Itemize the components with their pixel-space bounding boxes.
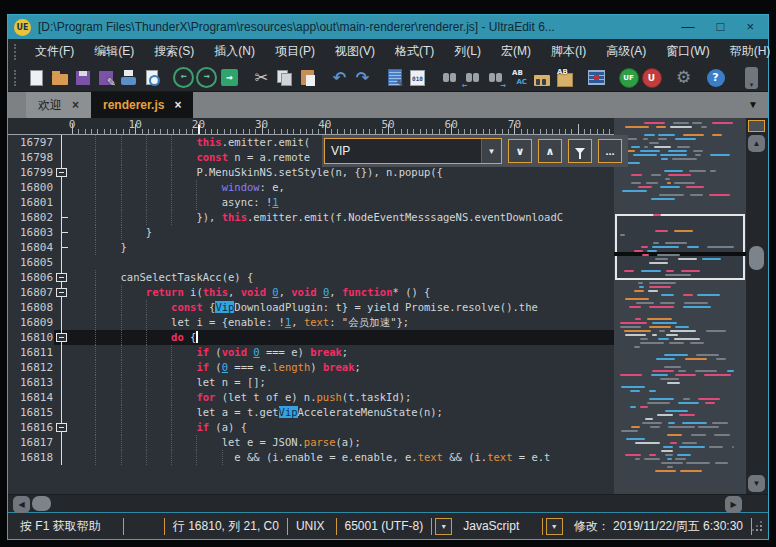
fold-toggle[interactable] — [54, 285, 70, 300]
code-line[interactable]: 16805 — [8, 255, 614, 270]
undo-icon[interactable] — [329, 67, 350, 88]
fold-toggle[interactable] — [54, 270, 70, 285]
code-line[interactable]: 16810do { — [8, 330, 614, 345]
new-file-icon[interactable] — [26, 67, 47, 88]
find-in-files-icon[interactable] — [531, 67, 552, 88]
hex-mode-icon[interactable] — [407, 67, 428, 88]
replace-in-files-icon[interactable] — [554, 67, 575, 88]
char-table-icon[interactable] — [586, 67, 607, 88]
menu-h[interactable]: 帮助(H) — [720, 39, 776, 64]
goto-icon[interactable] — [219, 67, 240, 88]
find-more-button[interactable]: ... — [598, 139, 622, 163]
find-input[interactable]: VIP — [325, 144, 481, 158]
fold-minus-icon[interactable] — [56, 168, 67, 177]
menu-e[interactable]: 编辑(E) — [84, 39, 144, 64]
code-line[interactable]: 16815let a = t.getVipAccelerateMenuState… — [8, 405, 614, 420]
find-prev-icon[interactable] — [462, 67, 483, 88]
cut-icon[interactable] — [251, 67, 272, 88]
code-line[interactable]: 16812if (0 === e.length) break; — [8, 360, 614, 375]
minimap[interactable] — [614, 118, 746, 494]
menu-f[interactable]: 文件(F) — [25, 39, 84, 64]
resize-grip[interactable] — [752, 521, 762, 531]
scroll-down-icon[interactable]: ▼ — [748, 475, 765, 492]
menu-a[interactable]: 高级(A) — [596, 39, 656, 64]
find-filter-button[interactable] — [568, 139, 592, 163]
code-editor[interactable]: 010203040506070 16797this.emitter.emit(1… — [8, 118, 614, 494]
horizontal-scroll-thumb[interactable] — [32, 496, 51, 511]
save-icon[interactable] — [72, 67, 93, 88]
menu-l[interactable]: 列(L) — [444, 39, 491, 64]
find-next-button[interactable]: ∨ — [508, 139, 532, 163]
tab---[interactable]: 欢迎× — [26, 92, 91, 118]
column-mode-icon[interactable] — [384, 67, 405, 88]
menu-m[interactable]: 宏(M) — [491, 39, 541, 64]
scroll-up-icon[interactable]: ▲ — [748, 135, 765, 152]
vertical-scroll-thumb[interactable] — [749, 246, 764, 270]
code-line[interactable]: 16813let n = []; — [8, 375, 614, 390]
code-line[interactable]: 16811if (void 0 === e) break; — [8, 345, 614, 360]
code-line[interactable]: 16814for (let t of e) n.push(t.taskId); — [8, 390, 614, 405]
nav-forward-icon[interactable] — [196, 67, 217, 88]
fold-minus-icon[interactable] — [56, 423, 67, 432]
save-as-icon[interactable] — [95, 67, 116, 88]
language-dropdown-icon[interactable]: ▼ — [546, 518, 563, 535]
code-line[interactable]: 16806canSelectTaskAcc(e) { — [8, 270, 614, 285]
code-line[interactable]: 16818e && (i.enable = e.enable, e.text &… — [8, 450, 614, 465]
copy-icon[interactable] — [274, 67, 295, 88]
code-line[interactable]: 16808const {VipDownloadPlugin: t} = yiel… — [8, 300, 614, 315]
code-line[interactable]: 16802}), this.emitter.emit(f.NodeEventMe… — [8, 210, 614, 225]
vertical-scrollbar[interactable]: ▲ ▼ — [746, 118, 768, 494]
ultraedit-icon[interactable] — [641, 67, 662, 88]
menu-v[interactable]: 视图(V) — [325, 39, 385, 64]
find-next-icon[interactable] — [485, 67, 506, 88]
maximize-button[interactable]: □ — [717, 16, 725, 38]
fold-toggle[interactable] — [54, 165, 70, 180]
code-line[interactable]: 16816if (a) { — [8, 420, 614, 435]
menu-w[interactable]: 窗口(W) — [656, 39, 719, 64]
replace-icon[interactable] — [508, 67, 529, 88]
paste-icon[interactable] — [297, 67, 318, 88]
ultracompare-icon[interactable] — [618, 67, 639, 88]
scroll-left-icon[interactable]: ◀ — [13, 496, 30, 513]
tab-renderer-js[interactable]: renderer.js× — [91, 92, 193, 118]
toolbar-grip[interactable] — [14, 70, 18, 86]
code-line[interactable]: 16807return i(this, void 0, void 0, func… — [8, 285, 614, 300]
horizontal-scrollbar[interactable]: ◀ ▶ — [8, 494, 768, 512]
fold-minus-icon[interactable] — [56, 333, 67, 342]
fold-toggle[interactable] — [54, 330, 70, 345]
redo-icon[interactable] — [352, 67, 373, 88]
scroll-right-icon[interactable]: ▶ — [725, 496, 742, 513]
nav-back-icon[interactable] — [173, 67, 194, 88]
code-line[interactable]: 16799P.MenuSkinNS.setStyle(n, {}), n.pop… — [8, 165, 614, 180]
menubar-grip[interactable] — [14, 44, 18, 60]
find-combobox[interactable]: VIP ▼ — [324, 138, 502, 164]
menu-p[interactable]: 项目(P) — [265, 39, 325, 64]
tab-close-icon[interactable]: × — [72, 98, 79, 112]
minimize-button[interactable]: — — [682, 16, 695, 38]
find-icon[interactable] — [439, 67, 460, 88]
menu-n[interactable]: 插入(N) — [204, 39, 265, 64]
menu-i[interactable]: 脚本(I) — [541, 39, 596, 64]
menu-s[interactable]: 搜索(S) — [144, 39, 204, 64]
code-line[interactable]: 16801async: !1 — [8, 195, 614, 210]
fold-minus-icon[interactable] — [56, 288, 67, 297]
close-button[interactable]: × — [746, 16, 754, 38]
tab-close-icon[interactable]: × — [174, 98, 181, 112]
find-prev-button[interactable]: ∧ — [538, 139, 562, 163]
encoding-dropdown-icon[interactable]: ▼ — [435, 518, 452, 535]
code-line[interactable]: 16800window: e, — [8, 180, 614, 195]
menu-t[interactable]: 格式(T) — [385, 39, 444, 64]
scrollbar-top-button[interactable] — [748, 120, 765, 132]
open-folder-icon[interactable] — [49, 67, 70, 88]
code-line[interactable]: 16803} — [8, 225, 614, 240]
fold-toggle[interactable] — [54, 420, 70, 435]
code-line[interactable]: 16817let e = JSON.parse(a); — [8, 435, 614, 450]
find-dropdown-icon[interactable]: ▼ — [481, 139, 501, 163]
toolbar-overflow-icon[interactable]: ▾ — [745, 67, 758, 89]
print-icon[interactable] — [118, 67, 139, 88]
fold-minus-icon[interactable] — [56, 273, 67, 282]
tab-list-dropdown-icon[interactable]: ▼ — [748, 99, 758, 110]
code-line[interactable]: 16809let i = {enable: !1, text: "会员加速"}; — [8, 315, 614, 330]
code-line[interactable]: 16804} — [8, 240, 614, 255]
print-preview-icon[interactable] — [141, 67, 162, 88]
